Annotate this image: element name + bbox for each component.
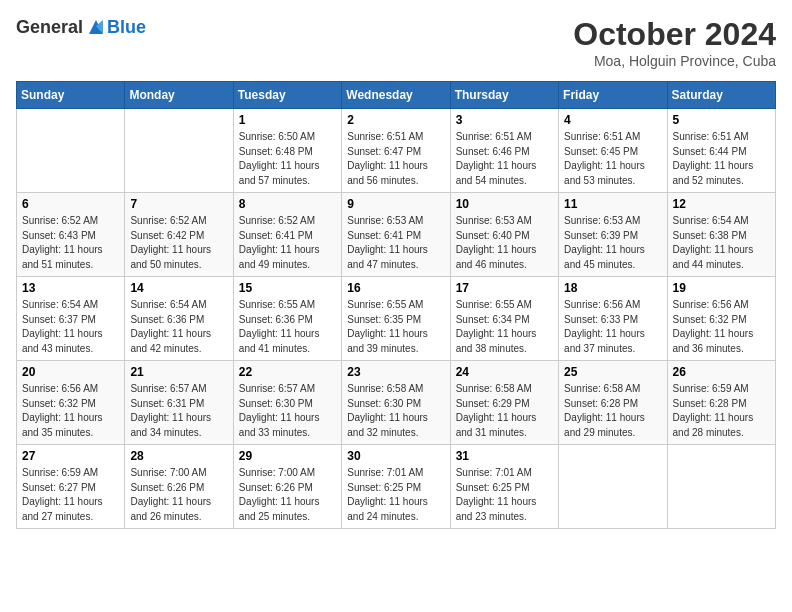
page-header: General Blue October 2024 Moa, Holguin P… <box>16 16 776 69</box>
day-info: Sunrise: 6:51 AM Sunset: 6:45 PM Dayligh… <box>564 130 661 188</box>
day-number: 27 <box>22 449 119 463</box>
day-number: 5 <box>673 113 770 127</box>
calendar-cell: 13Sunrise: 6:54 AM Sunset: 6:37 PM Dayli… <box>17 277 125 361</box>
calendar-cell: 15Sunrise: 6:55 AM Sunset: 6:36 PM Dayli… <box>233 277 341 361</box>
day-info: Sunrise: 6:58 AM Sunset: 6:29 PM Dayligh… <box>456 382 553 440</box>
day-number: 11 <box>564 197 661 211</box>
calendar-week-row: 27Sunrise: 6:59 AM Sunset: 6:27 PM Dayli… <box>17 445 776 529</box>
calendar-cell: 23Sunrise: 6:58 AM Sunset: 6:30 PM Dayli… <box>342 361 450 445</box>
day-info: Sunrise: 7:01 AM Sunset: 6:25 PM Dayligh… <box>347 466 444 524</box>
calendar-week-row: 13Sunrise: 6:54 AM Sunset: 6:37 PM Dayli… <box>17 277 776 361</box>
day-header-tuesday: Tuesday <box>233 82 341 109</box>
day-info: Sunrise: 6:59 AM Sunset: 6:27 PM Dayligh… <box>22 466 119 524</box>
calendar-week-row: 20Sunrise: 6:56 AM Sunset: 6:32 PM Dayli… <box>17 361 776 445</box>
day-info: Sunrise: 6:54 AM Sunset: 6:37 PM Dayligh… <box>22 298 119 356</box>
day-number: 1 <box>239 113 336 127</box>
calendar-table: SundayMondayTuesdayWednesdayThursdayFrid… <box>16 81 776 529</box>
day-number: 18 <box>564 281 661 295</box>
day-header-friday: Friday <box>559 82 667 109</box>
day-info: Sunrise: 6:51 AM Sunset: 6:46 PM Dayligh… <box>456 130 553 188</box>
day-number: 21 <box>130 365 227 379</box>
day-number: 22 <box>239 365 336 379</box>
title-block: October 2024 Moa, Holguin Province, Cuba <box>573 16 776 69</box>
day-number: 8 <box>239 197 336 211</box>
day-info: Sunrise: 6:53 AM Sunset: 6:41 PM Dayligh… <box>347 214 444 272</box>
day-info: Sunrise: 6:52 AM Sunset: 6:43 PM Dayligh… <box>22 214 119 272</box>
day-number: 13 <box>22 281 119 295</box>
day-info: Sunrise: 6:54 AM Sunset: 6:36 PM Dayligh… <box>130 298 227 356</box>
location-title: Moa, Holguin Province, Cuba <box>573 53 776 69</box>
calendar-cell: 2Sunrise: 6:51 AM Sunset: 6:47 PM Daylig… <box>342 109 450 193</box>
day-info: Sunrise: 6:53 AM Sunset: 6:40 PM Dayligh… <box>456 214 553 272</box>
day-number: 29 <box>239 449 336 463</box>
day-number: 20 <box>22 365 119 379</box>
calendar-cell: 7Sunrise: 6:52 AM Sunset: 6:42 PM Daylig… <box>125 193 233 277</box>
calendar-cell: 22Sunrise: 6:57 AM Sunset: 6:30 PM Dayli… <box>233 361 341 445</box>
day-info: Sunrise: 6:51 AM Sunset: 6:44 PM Dayligh… <box>673 130 770 188</box>
calendar-cell: 19Sunrise: 6:56 AM Sunset: 6:32 PM Dayli… <box>667 277 775 361</box>
day-number: 30 <box>347 449 444 463</box>
day-number: 24 <box>456 365 553 379</box>
calendar-cell: 10Sunrise: 6:53 AM Sunset: 6:40 PM Dayli… <box>450 193 558 277</box>
day-info: Sunrise: 6:59 AM Sunset: 6:28 PM Dayligh… <box>673 382 770 440</box>
calendar-cell: 6Sunrise: 6:52 AM Sunset: 6:43 PM Daylig… <box>17 193 125 277</box>
calendar-cell: 9Sunrise: 6:53 AM Sunset: 6:41 PM Daylig… <box>342 193 450 277</box>
day-header-saturday: Saturday <box>667 82 775 109</box>
day-number: 16 <box>347 281 444 295</box>
calendar-cell: 14Sunrise: 6:54 AM Sunset: 6:36 PM Dayli… <box>125 277 233 361</box>
calendar-cell: 30Sunrise: 7:01 AM Sunset: 6:25 PM Dayli… <box>342 445 450 529</box>
calendar-header-row: SundayMondayTuesdayWednesdayThursdayFrid… <box>17 82 776 109</box>
day-number: 19 <box>673 281 770 295</box>
day-info: Sunrise: 6:55 AM Sunset: 6:36 PM Dayligh… <box>239 298 336 356</box>
calendar-cell: 18Sunrise: 6:56 AM Sunset: 6:33 PM Dayli… <box>559 277 667 361</box>
day-info: Sunrise: 6:56 AM Sunset: 6:32 PM Dayligh… <box>22 382 119 440</box>
day-info: Sunrise: 6:52 AM Sunset: 6:41 PM Dayligh… <box>239 214 336 272</box>
calendar-cell: 28Sunrise: 7:00 AM Sunset: 6:26 PM Dayli… <box>125 445 233 529</box>
day-info: Sunrise: 6:51 AM Sunset: 6:47 PM Dayligh… <box>347 130 444 188</box>
day-info: Sunrise: 7:00 AM Sunset: 6:26 PM Dayligh… <box>130 466 227 524</box>
calendar-cell: 3Sunrise: 6:51 AM Sunset: 6:46 PM Daylig… <box>450 109 558 193</box>
day-number: 17 <box>456 281 553 295</box>
day-header-thursday: Thursday <box>450 82 558 109</box>
calendar-cell: 4Sunrise: 6:51 AM Sunset: 6:45 PM Daylig… <box>559 109 667 193</box>
calendar-cell: 25Sunrise: 6:58 AM Sunset: 6:28 PM Dayli… <box>559 361 667 445</box>
day-info: Sunrise: 6:57 AM Sunset: 6:31 PM Dayligh… <box>130 382 227 440</box>
day-number: 15 <box>239 281 336 295</box>
day-number: 31 <box>456 449 553 463</box>
calendar-cell: 20Sunrise: 6:56 AM Sunset: 6:32 PM Dayli… <box>17 361 125 445</box>
logo: General Blue <box>16 16 146 38</box>
day-info: Sunrise: 6:52 AM Sunset: 6:42 PM Dayligh… <box>130 214 227 272</box>
calendar-week-row: 1Sunrise: 6:50 AM Sunset: 6:48 PM Daylig… <box>17 109 776 193</box>
calendar-cell: 29Sunrise: 7:00 AM Sunset: 6:26 PM Dayli… <box>233 445 341 529</box>
day-header-wednesday: Wednesday <box>342 82 450 109</box>
day-number: 2 <box>347 113 444 127</box>
month-title: October 2024 <box>573 16 776 53</box>
day-number: 28 <box>130 449 227 463</box>
day-info: Sunrise: 6:50 AM Sunset: 6:48 PM Dayligh… <box>239 130 336 188</box>
day-info: Sunrise: 6:57 AM Sunset: 6:30 PM Dayligh… <box>239 382 336 440</box>
calendar-cell: 21Sunrise: 6:57 AM Sunset: 6:31 PM Dayli… <box>125 361 233 445</box>
logo-blue: Blue <box>107 17 146 38</box>
calendar-cell <box>125 109 233 193</box>
day-number: 23 <box>347 365 444 379</box>
day-info: Sunrise: 6:56 AM Sunset: 6:32 PM Dayligh… <box>673 298 770 356</box>
day-info: Sunrise: 6:55 AM Sunset: 6:35 PM Dayligh… <box>347 298 444 356</box>
logo-icon <box>85 16 107 38</box>
day-number: 26 <box>673 365 770 379</box>
calendar-cell: 8Sunrise: 6:52 AM Sunset: 6:41 PM Daylig… <box>233 193 341 277</box>
day-number: 6 <box>22 197 119 211</box>
calendar-cell: 11Sunrise: 6:53 AM Sunset: 6:39 PM Dayli… <box>559 193 667 277</box>
day-info: Sunrise: 7:00 AM Sunset: 6:26 PM Dayligh… <box>239 466 336 524</box>
day-info: Sunrise: 6:58 AM Sunset: 6:28 PM Dayligh… <box>564 382 661 440</box>
day-info: Sunrise: 6:55 AM Sunset: 6:34 PM Dayligh… <box>456 298 553 356</box>
calendar-cell: 17Sunrise: 6:55 AM Sunset: 6:34 PM Dayli… <box>450 277 558 361</box>
day-number: 9 <box>347 197 444 211</box>
day-info: Sunrise: 6:56 AM Sunset: 6:33 PM Dayligh… <box>564 298 661 356</box>
day-number: 12 <box>673 197 770 211</box>
calendar-cell: 5Sunrise: 6:51 AM Sunset: 6:44 PM Daylig… <box>667 109 775 193</box>
day-info: Sunrise: 7:01 AM Sunset: 6:25 PM Dayligh… <box>456 466 553 524</box>
day-info: Sunrise: 6:58 AM Sunset: 6:30 PM Dayligh… <box>347 382 444 440</box>
calendar-cell: 27Sunrise: 6:59 AM Sunset: 6:27 PM Dayli… <box>17 445 125 529</box>
day-number: 14 <box>130 281 227 295</box>
calendar-cell: 12Sunrise: 6:54 AM Sunset: 6:38 PM Dayli… <box>667 193 775 277</box>
